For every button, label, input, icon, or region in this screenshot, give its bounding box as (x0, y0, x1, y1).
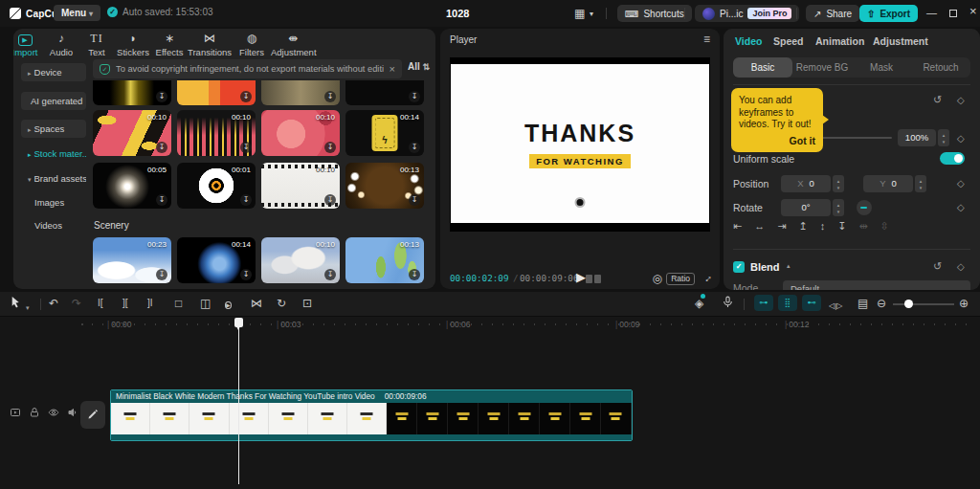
uniform-scale-toggle[interactable] (940, 152, 965, 165)
frame-step-icons[interactable] (586, 275, 601, 283)
ruler-label[interactable]: |00:00 (107, 320, 132, 329)
all-filter-button[interactable]: All ⇅ (408, 61, 430, 72)
download-icon[interactable]: ↧ (409, 91, 420, 102)
download-icon[interactable]: ↧ (156, 269, 167, 280)
edit-cover-button[interactable] (80, 401, 105, 429)
banner-close-icon[interactable]: × (390, 63, 395, 75)
split-icon[interactable]: ][ (122, 296, 128, 311)
snapping-toggle[interactable]: ⣿ (778, 295, 797, 311)
rotate-dial[interactable] (857, 200, 872, 215)
stock-video-pink-liquid[interactable]: 00:10↧ (93, 110, 171, 156)
position-y-input[interactable]: Y0 (863, 175, 913, 192)
download-icon[interactable]: ↧ (409, 269, 420, 280)
align-middle-icon[interactable]: ↕ (820, 220, 826, 233)
sidebar-item-ai-generated[interactable]: AI generated (21, 92, 86, 110)
layout-caret-icon[interactable]: ▾ (590, 10, 593, 18)
align-right-icon[interactable]: ⇥ (777, 220, 786, 233)
download-icon[interactable]: ↧ (324, 142, 336, 153)
reset-scale-icon[interactable]: ↺ (933, 94, 942, 106)
timeline-zoom-slider[interactable] (893, 303, 954, 305)
smart-tool-icon[interactable]: ◈ (695, 296, 703, 311)
eye-icon[interactable] (48, 407, 59, 420)
timeline-zoom-handle[interactable] (904, 300, 913, 308)
split-right-icon[interactable]: ]I (147, 296, 153, 311)
position-x-input[interactable]: X0 (781, 175, 831, 192)
scenery-video-green-buds[interactable]: 00:13↧ (345, 237, 424, 283)
stock-video-film-strip[interactable]: 00:10↧ (261, 163, 340, 209)
cover-icon[interactable]: ▤ (858, 296, 868, 311)
download-icon[interactable]: ↧ (324, 194, 336, 206)
timeline-clip[interactable]: Minimalist Black White Modern Thanks For… (110, 389, 633, 441)
undo-icon[interactable]: ↶ (49, 296, 58, 311)
download-icon[interactable]: ↧ (240, 142, 252, 153)
blend-checkbox[interactable]: ✓ (733, 261, 745, 273)
stock-video-pink-splash[interactable]: 00:10↧ (261, 110, 340, 156)
ruler-label[interactable]: |00:03 (277, 320, 301, 329)
split-left-icon[interactable]: I[ (98, 296, 103, 311)
sidebar-item-device[interactable]: ▸Device (21, 63, 86, 81)
sidebar-item-videos[interactable]: Videos (34, 220, 62, 231)
playhead-handle[interactable] (234, 318, 243, 327)
stock-video-ring-target[interactable]: 00:01↧ (177, 163, 256, 209)
download-icon[interactable]: ↧ (240, 269, 252, 280)
align-top-icon[interactable]: ↥ (798, 220, 807, 233)
mode-select[interactable]: Default (783, 280, 970, 290)
sidebar-item-spaces[interactable]: ▸Spaces (21, 120, 86, 138)
rotate-tool-icon[interactable]: ↻ (277, 296, 286, 311)
export-button[interactable]: ⇧Export (859, 5, 918, 22)
scale-stepper[interactable]: ▴▾ (938, 129, 949, 146)
account-button[interactable]: Pi...icJoin Pro (695, 5, 799, 22)
stock-video-gold-glow[interactable]: ↧ (93, 80, 171, 105)
keyframe-scale-icon[interactable]: ◇ (957, 95, 965, 105)
tab-adjustment[interactable]: ⇼Adjustment (271, 32, 315, 57)
play-button[interactable]: ▶ (576, 270, 586, 284)
playhead-line[interactable] (238, 320, 239, 484)
lock-icon[interactable] (29, 407, 40, 420)
scenery-video-earth[interactable]: 00:14↧ (177, 237, 256, 283)
download-icon[interactable]: ↧ (240, 194, 252, 206)
stock-video-yellow-phone[interactable]: ϟ00:14↧ (345, 110, 424, 156)
stock-video-particle-burst[interactable]: 00:05↧ (93, 163, 171, 209)
zoom-in-icon[interactable]: ⊕ (959, 296, 969, 311)
maximize-button[interactable] (949, 10, 957, 17)
align-center-h-icon[interactable]: ↔ (754, 220, 765, 233)
align-bottom-icon[interactable]: ↧ (837, 220, 846, 233)
scenery-video-blossom[interactable]: 00:10↧ (261, 237, 340, 283)
menu-button[interactable]: Menu ▾ (54, 5, 100, 21)
download-icon[interactable]: ↧ (156, 142, 167, 153)
ruler-label[interactable]: |00:09 (615, 320, 640, 329)
sidebar-item-images[interactable]: Images (34, 197, 64, 208)
subtab-remove-bg[interactable]: Remove BG (792, 57, 852, 78)
join-pro-badge[interactable]: Join Pro (747, 8, 791, 19)
scale-value-input[interactable]: 100% (898, 129, 936, 146)
download-icon[interactable]: ↧ (156, 91, 167, 102)
download-icon[interactable]: ↧ (156, 194, 167, 206)
tab-animation[interactable]: Animation (815, 35, 864, 47)
keyframe-slider-icon[interactable]: ◇ (957, 133, 965, 144)
download-icon[interactable]: ↧ (409, 142, 420, 153)
magnetic-toggle[interactable]: ⊶ (754, 295, 773, 311)
stock-video-orange-bar[interactable]: ↧ (177, 80, 256, 105)
scenery-video-clouds[interactable]: 00:23↧ (93, 237, 171, 283)
sidebar-item-brand-assets[interactable]: ▾Brand assets (21, 169, 86, 188)
download-icon[interactable]: ↧ (324, 91, 336, 102)
select-tool-icon[interactable] (10, 296, 22, 308)
tab-transitions[interactable]: ⋈Transitions (188, 32, 232, 57)
focus-icon[interactable]: ◎ (653, 272, 662, 285)
download-icon[interactable]: ↧ (324, 269, 336, 280)
ruler-label[interactable]: |00:12 (785, 320, 810, 329)
tab-adjustment-right[interactable]: Adjustment (873, 35, 928, 47)
ruler-label[interactable]: |00:06 (446, 320, 471, 329)
delete-icon[interactable]: □ (175, 296, 182, 311)
stock-video-khaki-bar[interactable]: ↧ (261, 80, 340, 105)
shortcuts-button[interactable]: ⌨Shortcuts (617, 5, 692, 22)
select-tool-caret-icon[interactable]: ▾ (26, 300, 30, 316)
keyframe-blend-icon[interactable]: ◇ (957, 261, 965, 272)
close-button[interactable]: × (969, 6, 977, 16)
tab-video[interactable]: Video (735, 35, 762, 47)
subtab-mask[interactable]: Mask (852, 57, 911, 78)
split-clip-icon[interactable]: ◁|▷ (829, 299, 842, 314)
stock-video-pink-equalizer[interactable]: 00:10↧ (177, 110, 256, 156)
layout-icon[interactable]: ▦ (574, 7, 585, 20)
position-y-stepper[interactable]: ▴▾ (915, 175, 926, 192)
